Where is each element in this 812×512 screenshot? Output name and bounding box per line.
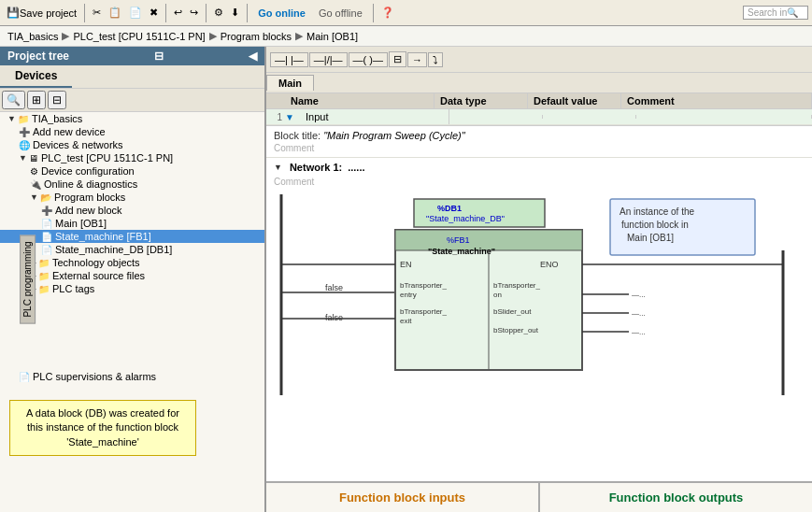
- svg-text:EN: EN: [400, 260, 412, 269]
- right-panel: —| |— —|/|— —( )— ⊟ → ⤵ Main Name Data t…: [266, 47, 812, 512]
- lad-svg: false %DB1 "State_machine_DB": [274, 194, 797, 395]
- svg-text:%DB1: %DB1: [437, 204, 462, 213]
- cut-button[interactable]: ✂: [90, 6, 104, 20]
- copy-button[interactable]: 📋: [106, 6, 124, 20]
- plc-label: PLC_test [CPU 1511C-1 PN]: [41, 152, 173, 164]
- tree-item-plc-test[interactable]: ▼ 🖥 PLC_test [CPU 1511C-1 PN]: [0, 151, 264, 164]
- delete-button[interactable]: ✖: [147, 6, 161, 20]
- tree-item-add-device[interactable]: ➕ Add new device: [0, 125, 264, 138]
- program-blocks-icon: 📂: [40, 192, 51, 203]
- svg-text:bTransporter_: bTransporter_: [493, 281, 541, 290]
- search-box[interactable]: Search in 🔍: [743, 6, 808, 20]
- main-tab-label[interactable]: Main: [266, 75, 314, 91]
- svg-text:function block in: function block in: [621, 220, 689, 230]
- tree-item-ext-sources[interactable]: ▶ 📁 External source files: [0, 269, 264, 282]
- tree-item-plc-supervisions[interactable]: 📄 PLC supervisions & alarms: [0, 370, 264, 383]
- tree-item-state-machine-db1[interactable]: 📄 State_machine_DB [DB1]: [0, 243, 264, 256]
- redo-button[interactable]: ↪: [187, 6, 201, 20]
- separator-2: [165, 4, 166, 22]
- bc-tia[interactable]: TIA_basics: [7, 31, 58, 42]
- online-diag-label: Online & diagnostics: [44, 178, 137, 190]
- col-default: Default value: [528, 93, 621, 108]
- tooltip-db-text: A data block (DB) was created for this i…: [26, 407, 179, 448]
- svg-text:%FB1: %FB1: [447, 235, 470, 245]
- project-tree-header: Project tree ⊟ ◀: [0, 47, 264, 65]
- arrow-icon[interactable]: ◀: [249, 50, 257, 63]
- go-offline-button[interactable]: Go offline: [313, 7, 368, 19]
- devices-tab-bar: Devices: [0, 65, 264, 89]
- block-title-value: "Main Program Sweep (Cycle)": [323, 130, 464, 141]
- variable-table: Name Data type Default value Comment 1 ▼…: [266, 93, 812, 126]
- tree-item-tia-basics[interactable]: ▼ 📁 TIA_basics: [0, 112, 264, 125]
- tree-expand-button[interactable]: ⊞: [27, 91, 46, 109]
- devices-tab[interactable]: Devices: [0, 65, 72, 88]
- tree-item-online-diag[interactable]: 🔌 Online & diagnostics: [0, 178, 264, 191]
- download-button[interactable]: ⬇: [228, 6, 242, 20]
- network-header: ▼ Network 1: ......: [274, 162, 805, 173]
- tree-item-tech-objects[interactable]: ▶ 📁 Technology objects: [0, 256, 264, 269]
- tree-search-button[interactable]: 🔍: [2, 91, 25, 109]
- lad-editor[interactable]: Block title: "Main Program Sweep (Cycle)…: [266, 126, 812, 481]
- paste-button[interactable]: 📄: [126, 6, 145, 20]
- add-device-icon: ➕: [19, 127, 30, 137]
- var-input-label: Input: [300, 109, 449, 124]
- program-blocks-label: Program blocks: [54, 192, 125, 203]
- add-block-icon: ➕: [41, 206, 52, 216]
- tree-item-state-machine-fb1[interactable]: 📄 State_machine [FB1]: [0, 230, 264, 243]
- expand-prog-icon[interactable]: ▼: [30, 192, 38, 202]
- undo-button[interactable]: ↩: [171, 6, 185, 20]
- svg-text:bSlider_out: bSlider_out: [493, 307, 532, 316]
- function-block-outputs-label: Function block outputs: [540, 483, 812, 512]
- ext-sources-label: External source files: [52, 270, 145, 281]
- expand-network-icon[interactable]: ▼: [274, 163, 282, 172]
- device-config-label: Device configuration: [41, 165, 135, 177]
- svg-text:entry: entry: [400, 291, 417, 299]
- plc-programming-tab[interactable]: PLC programming: [20, 235, 36, 323]
- tech-objects-label: Technology objects: [52, 257, 140, 268]
- tree-item-main-ob1[interactable]: 📄 Main [OB1]: [0, 217, 264, 230]
- add-block-label: Add new block: [55, 205, 122, 216]
- var-row-input: 1 ▼ Input: [266, 109, 812, 125]
- insert-nop-button[interactable]: ⤵: [428, 52, 443, 67]
- save-project-button[interactable]: 💾 Save project: [4, 6, 79, 20]
- bc-main[interactable]: Main [OB1]: [306, 31, 358, 42]
- main-layout: PLC programming Project tree ⊟ ◀ Devices…: [0, 47, 812, 512]
- insert-wire-button[interactable]: →: [407, 52, 427, 67]
- tree-item-plc-tags[interactable]: ▶ 📁 PLC tags: [0, 282, 264, 295]
- block-comment: Comment: [274, 143, 805, 153]
- bc-program[interactable]: Program blocks: [221, 31, 292, 42]
- var-table-header: Name Data type Default value Comment: [266, 93, 812, 109]
- svg-text:on: on: [493, 291, 502, 299]
- separator-5: [373, 4, 374, 22]
- tree-item-program-blocks[interactable]: ▼ 📂 Program blocks: [0, 191, 264, 204]
- tree-collapse-button[interactable]: ⊟: [48, 91, 66, 109]
- online-diag-icon: 🔌: [30, 179, 41, 190]
- svg-text:ENO: ENO: [540, 260, 559, 269]
- expand-tia-icon[interactable]: ▼: [7, 114, 16, 123]
- svg-text:An instance of the: An instance of the: [620, 206, 694, 217]
- project-tree-title: Project tree: [7, 50, 69, 63]
- tree-item-devices-networks[interactable]: 🌐 Devices & networks: [0, 138, 264, 151]
- svg-text:bStopper_out: bStopper_out: [493, 326, 539, 334]
- bc-plc[interactable]: PLC_test [CPU 1511C-1 PN]: [73, 31, 205, 42]
- compile-button[interactable]: ⚙: [211, 6, 226, 20]
- svg-text:false: false: [325, 313, 343, 322]
- network-dots: ......: [348, 162, 364, 173]
- expand-plc-icon[interactable]: ▼: [19, 153, 27, 163]
- add-device-label: Add new device: [33, 126, 106, 137]
- collapse-icon[interactable]: ⊟: [154, 50, 164, 63]
- main-toolbar: 💾 Save project ✂ 📋 📄 ✖ ↩ ↪ ⚙ ⬇ Go online…: [0, 0, 812, 26]
- editor-toolbar: —| |— —|/|— —( )— ⊟ → ⤵: [266, 47, 812, 73]
- col-name: Name: [285, 93, 434, 108]
- tree-item-device-config[interactable]: ⚙ Device configuration: [0, 164, 264, 178]
- insert-coil-button[interactable]: —( )—: [349, 52, 388, 67]
- insert-nc-button[interactable]: —| |—: [270, 52, 308, 67]
- col-type: Data type: [434, 93, 528, 108]
- insert-box-button[interactable]: ⊟: [389, 51, 406, 67]
- help-button[interactable]: ❓: [378, 6, 397, 20]
- left-panel: PLC programming Project tree ⊟ ◀ Devices…: [0, 47, 266, 512]
- go-online-button[interactable]: Go online: [252, 7, 311, 19]
- insert-no-button[interactable]: —|/|—: [309, 52, 348, 67]
- svg-text:bTransporter_: bTransporter_: [400, 281, 448, 290]
- tree-item-add-block[interactable]: ➕ Add new block: [0, 204, 264, 217]
